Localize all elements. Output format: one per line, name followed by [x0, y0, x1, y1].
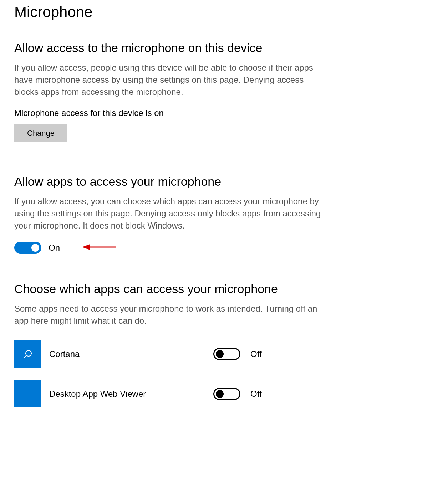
section-device-desc: If you allow access, people using this d… [14, 62, 325, 98]
section-choose-desc: Some apps need to access your microphone… [14, 303, 325, 327]
app-icon-cortana [14, 340, 41, 368]
app-toggle-cortana[interactable] [213, 348, 240, 360]
allow-apps-toggle[interactable] [14, 242, 41, 254]
app-name-label: Cortana [49, 349, 213, 359]
section-apps-title: Allow apps to access your microphone [14, 174, 335, 189]
toggle-knob [216, 390, 224, 398]
section-device-title: Allow access to the microphone on this d… [14, 41, 335, 55]
page-title: Microphone [14, 4, 335, 21]
app-toggle-label: Off [250, 389, 262, 399]
app-row: Cortana Off [14, 340, 335, 368]
app-row: Desktop App Web Viewer Off [14, 380, 335, 407]
section-choose-title: Choose which apps can access your microp… [14, 282, 335, 296]
arrow-annotation-icon [82, 243, 118, 253]
toggle-knob [31, 244, 39, 252]
search-icon [23, 349, 33, 359]
svg-marker-1 [82, 244, 90, 250]
device-access-status: Microphone access for this device is on [14, 108, 335, 118]
change-button[interactable]: Change [14, 124, 67, 142]
app-toggle-label: Off [250, 349, 262, 359]
svg-line-3 [24, 355, 26, 358]
app-icon-desktop-web-viewer [14, 380, 41, 407]
app-toggle-desktop-web-viewer[interactable] [213, 388, 240, 400]
section-apps-desc: If you allow access, you can choose whic… [14, 195, 325, 232]
allow-apps-toggle-label: On [49, 243, 60, 253]
app-name-label: Desktop App Web Viewer [49, 389, 213, 399]
toggle-knob [216, 350, 224, 358]
